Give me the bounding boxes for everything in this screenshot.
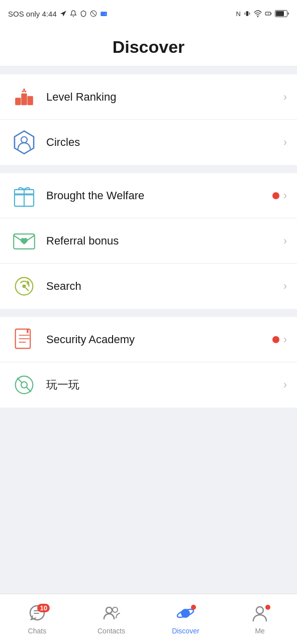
blocked-icon	[90, 10, 97, 17]
chevron-icon: ›	[283, 91, 287, 104]
level-ranking-right: ›	[283, 91, 287, 104]
envelope-heart-icon	[10, 227, 38, 255]
battery-icon	[275, 10, 289, 17]
nav-chats-label: Chats	[28, 627, 47, 635]
nav-contacts-label: Contacts	[97, 627, 125, 635]
svg-point-17	[23, 88, 25, 90]
trophy-icon	[10, 83, 38, 111]
svg-point-16	[25, 91, 26, 92]
security-doc-icon	[10, 326, 38, 354]
svg-point-19	[21, 137, 27, 143]
svg-point-15	[22, 91, 24, 92]
section-2: Brought the Welfare › Referral bonus ›	[0, 173, 297, 309]
bell-icon	[70, 10, 77, 17]
section-1: Level Ranking › Circles ›	[0, 74, 297, 165]
svg-rect-11	[16, 98, 21, 105]
svg-rect-2	[101, 12, 107, 16]
nav-chats[interactable]: 10 Chats	[0, 604, 74, 635]
search-refresh-icon	[10, 272, 38, 300]
status-right: N	[236, 10, 289, 18]
vibrate-icon	[244, 10, 251, 17]
vpn-icon	[80, 10, 87, 17]
svg-point-42	[256, 607, 263, 614]
nav-chats-icon-wrap: 10	[25, 604, 50, 625]
search-item[interactable]: Search ›	[0, 264, 297, 309]
play-game-right: ›	[283, 378, 287, 391]
search-label: Search	[46, 280, 283, 293]
page-title: Discover	[0, 37, 297, 57]
circles-item[interactable]: Circles ›	[0, 120, 297, 165]
nav-contacts-icon-wrap	[99, 604, 124, 625]
wifi-icon	[254, 10, 262, 17]
hexagon-user-icon	[10, 128, 38, 156]
nfc-icon: N	[236, 10, 241, 18]
security-academy-right: ›	[272, 333, 287, 346]
svg-line-26	[26, 288, 28, 290]
brought-welfare-label: Brought the Welfare	[46, 189, 272, 202]
notification-dot	[272, 336, 279, 343]
gift-icon	[10, 182, 38, 210]
nav-discover[interactable]: Discover	[149, 604, 223, 635]
play-game-item[interactable]: 玩一玩 ›	[0, 362, 297, 408]
security-academy-item[interactable]: Security Academy ›	[0, 317, 297, 362]
page-header: Discover	[0, 27, 297, 66]
chevron-icon: ›	[283, 136, 287, 149]
location-arrow-icon	[60, 10, 67, 17]
nav-discover-label: Discover	[172, 627, 199, 635]
referral-bonus-right: ›	[283, 234, 287, 248]
level-ranking-label: Level Ranking	[46, 91, 283, 104]
bottom-navigation: 10 Chats Contacts	[0, 594, 297, 644]
svg-line-1	[91, 12, 95, 16]
notification-dot	[272, 192, 279, 199]
svg-point-6	[257, 16, 259, 17]
discover-notification-dot	[191, 605, 196, 610]
nav-discover-icon-wrap	[173, 604, 198, 625]
svg-rect-3	[246, 11, 249, 16]
referral-bonus-item[interactable]: Referral bonus ›	[0, 218, 297, 264]
brought-welfare-right: ›	[272, 189, 287, 202]
me-notification-dot	[265, 605, 270, 610]
game-icon	[10, 371, 38, 399]
svg-marker-31	[27, 329, 28, 334]
circles-label: Circles	[46, 136, 283, 149]
status-text: SOS only 4:44	[8, 10, 57, 18]
svg-point-38	[106, 607, 112, 613]
nav-me-icon-wrap	[247, 604, 272, 625]
nav-me[interactable]: Me	[223, 604, 297, 635]
chevron-icon: ›	[283, 189, 287, 202]
svg-point-34	[21, 382, 27, 388]
chevron-icon: ›	[283, 378, 287, 391]
svg-point-39	[113, 607, 118, 612]
wallet-icon	[100, 10, 108, 18]
play-game-label: 玩一玩	[46, 377, 283, 392]
brought-welfare-item[interactable]: Brought the Welfare ›	[0, 173, 297, 218]
chevron-icon: ›	[283, 234, 287, 248]
level-ranking-item[interactable]: Level Ranking ›	[0, 74, 297, 120]
svg-point-25	[23, 285, 26, 288]
contacts-icon	[102, 604, 121, 625]
chevron-icon: ›	[283, 280, 287, 293]
status-bar: SOS only 4:44 N	[0, 0, 297, 27]
main-content: Discover Level Ranking ›	[0, 27, 297, 463]
section-3: Security Academy › 玩一玩 ›	[0, 317, 297, 408]
security-academy-label: Security Academy	[46, 333, 272, 346]
search-right: ›	[283, 280, 287, 293]
nav-me-label: Me	[255, 627, 264, 635]
nav-contacts[interactable]: Contacts	[74, 604, 149, 635]
svg-rect-13	[28, 96, 33, 105]
referral-bonus-label: Referral bonus	[46, 234, 283, 248]
battery-warning-icon	[265, 10, 272, 17]
chats-badge: 10	[37, 604, 49, 612]
status-left: SOS only 4:44	[8, 10, 108, 18]
chevron-icon: ›	[283, 333, 287, 346]
svg-rect-10	[276, 11, 284, 16]
svg-rect-12	[22, 94, 27, 105]
circles-right: ›	[283, 136, 287, 149]
